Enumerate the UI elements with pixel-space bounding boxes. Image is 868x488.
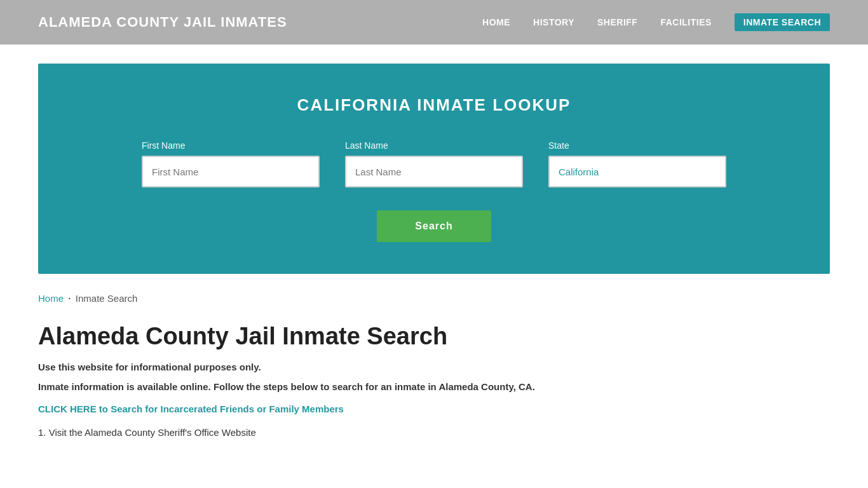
click-here-link[interactable]: CLICK HERE to Search for Incarcerated Fr… — [38, 403, 830, 414]
search-button-row: Search — [76, 210, 792, 242]
first-name-group: First Name — [142, 140, 320, 187]
site-title: ALAMEDA COUNTY JAIL INMATES — [38, 14, 287, 30]
last-name-group: Last Name — [345, 140, 523, 187]
step-1-text: 1. Visit the Alameda County Sheriff's Of… — [38, 427, 830, 438]
state-label: State — [548, 140, 726, 151]
nav-history[interactable]: HISTORY — [533, 17, 574, 27]
state-input[interactable] — [548, 156, 726, 187]
lookup-title: CALIFORNIA INMATE LOOKUP — [76, 95, 792, 115]
breadcrumb: Home • Inmate Search — [0, 274, 868, 310]
last-name-label: Last Name — [345, 140, 523, 151]
nav-sheriff[interactable]: SHERIFF — [597, 17, 637, 27]
info-text-1: Use this website for informational purpo… — [38, 362, 830, 372]
main-nav: HOME HISTORY SHERIFF FACILITIES INMATE S… — [482, 13, 830, 31]
search-fields-row: First Name Last Name State — [76, 140, 792, 187]
breadcrumb-separator: • — [69, 295, 71, 301]
first-name-label: First Name — [142, 140, 320, 151]
state-group: State — [548, 140, 726, 187]
nav-home[interactable]: HOME — [482, 17, 510, 27]
nav-inmate-search[interactable]: INMATE SEARCH — [735, 13, 830, 31]
breadcrumb-home-link[interactable]: Home — [38, 293, 64, 304]
main-content: Alameda County Jail Inmate Search Use th… — [0, 310, 868, 463]
nav-facilities[interactable]: FACILITIES — [660, 17, 711, 27]
search-button[interactable]: Search — [377, 210, 491, 242]
inmate-lookup-section: CALIFORNIA INMATE LOOKUP First Name Last… — [38, 64, 830, 274]
breadcrumb-current-page: Inmate Search — [76, 293, 138, 304]
first-name-input[interactable] — [142, 156, 320, 187]
info-text-2: Inmate information is available online. … — [38, 381, 830, 392]
page-title: Alameda County Jail Inmate Search — [38, 323, 830, 350]
site-header: ALAMEDA COUNTY JAIL INMATES HOME HISTORY… — [0, 0, 868, 44]
last-name-input[interactable] — [345, 156, 523, 187]
